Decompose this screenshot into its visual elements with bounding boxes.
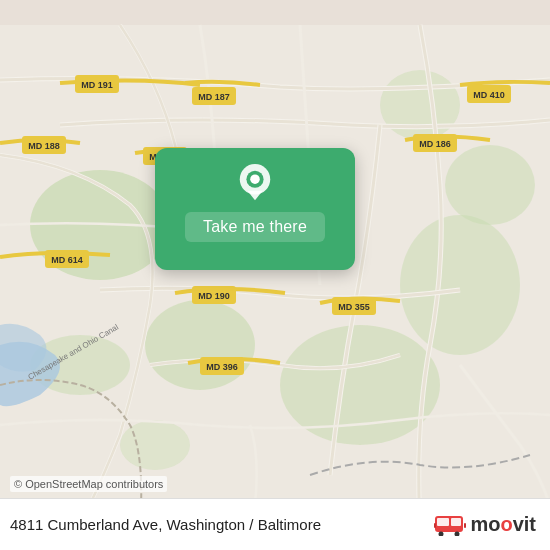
moovit-logo: moovit [434, 513, 536, 536]
svg-text:MD 355: MD 355 [338, 302, 370, 312]
map-background: MD 191 MD 187 MD 410 MD 188 MD 191 MD 18… [0, 0, 550, 550]
svg-point-5 [445, 145, 535, 225]
svg-point-4 [400, 215, 520, 355]
svg-text:MD 410: MD 410 [473, 90, 505, 100]
svg-rect-37 [451, 518, 461, 526]
bottom-bar: 4811 Cumberland Ave, Washington / Baltim… [0, 498, 550, 550]
svg-rect-36 [437, 518, 449, 526]
moovit-logo-text: moovit [470, 513, 536, 536]
svg-text:MD 614: MD 614 [51, 255, 83, 265]
svg-marker-34 [247, 191, 262, 201]
svg-text:MD 191: MD 191 [81, 80, 113, 90]
svg-point-39 [455, 531, 460, 536]
svg-text:MD 186: MD 186 [419, 139, 451, 149]
svg-rect-40 [434, 523, 436, 528]
svg-text:MD 188: MD 188 [28, 141, 60, 151]
svg-text:MD 190: MD 190 [198, 291, 230, 301]
svg-point-8 [380, 70, 460, 140]
svg-point-2 [145, 300, 255, 390]
svg-text:MD 187: MD 187 [198, 92, 230, 102]
svg-text:MD 396: MD 396 [206, 362, 238, 372]
svg-point-33 [250, 174, 260, 184]
map-copyright: © OpenStreetMap contributors [10, 476, 167, 492]
location-pin-icon [233, 162, 277, 206]
moovit-bus-icon [434, 514, 466, 536]
svg-point-38 [439, 531, 444, 536]
svg-rect-41 [464, 523, 466, 528]
address-label: 4811 Cumberland Ave, Washington / Baltim… [10, 516, 321, 533]
tooltip-card: Take me there [155, 148, 355, 270]
take-me-there-button[interactable]: Take me there [185, 212, 325, 242]
map-container: MD 191 MD 187 MD 410 MD 188 MD 191 MD 18… [0, 0, 550, 550]
